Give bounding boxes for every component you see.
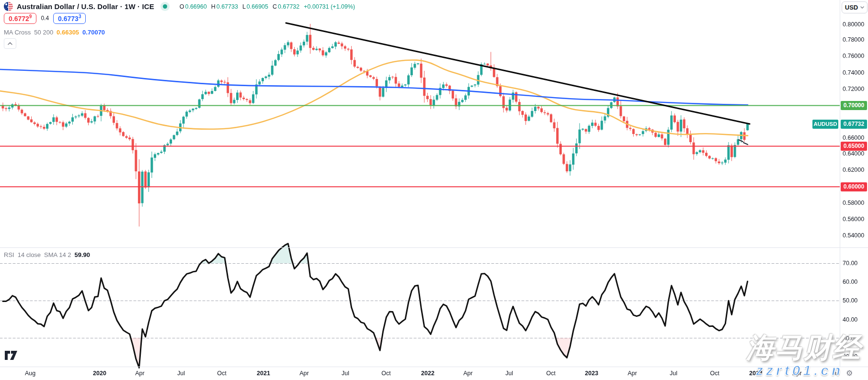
symbol-title[interactable]: Australian Dollar / U.S. Dollar · 1W · I…	[17, 2, 154, 11]
axis-label: 60.00	[843, 279, 857, 285]
level-badge-0-70: 0.70000	[841, 101, 867, 110]
symbol-legend-row[interactable]: Australian Dollar / U.S. Dollar · 1W · I…	[4, 2, 355, 11]
level-badge-0-65: 0.65000	[841, 142, 867, 151]
axis-label: 0.76000	[843, 53, 864, 59]
collapse-legend-button[interactable]	[4, 38, 16, 49]
low-value: L0.66905	[242, 3, 268, 10]
buy-price-button[interactable]: 0.67733	[53, 13, 86, 24]
ma50-value: 0.66305	[57, 29, 79, 36]
axis-label: 0.72000	[843, 86, 864, 92]
axis-label: 0.78000	[843, 36, 864, 43]
time-label: Jul	[342, 370, 349, 377]
quote-row: 0.67729 0.4 0.67733	[4, 13, 86, 24]
ma-cross-legend[interactable]: MA Cross 50 200 0.66305 0.70070	[4, 29, 105, 36]
time-label: Jul	[505, 370, 513, 377]
time-label: 2023	[585, 370, 598, 377]
sell-price-button[interactable]: 0.67729	[4, 13, 36, 24]
time-label: Apr	[463, 370, 472, 377]
time-label: Apr	[299, 370, 308, 377]
time-label: Apr	[792, 370, 801, 377]
axis-label: 40.00	[843, 316, 857, 323]
chevron-down-icon	[860, 6, 864, 9]
rsi-legend[interactable]: RSI 14 close SMA 14 2 59.90	[4, 251, 90, 258]
axis-label: 0.66000	[843, 134, 864, 141]
axis-label: 0.56000	[843, 216, 864, 223]
time-label: 2021	[257, 370, 270, 377]
axis-label: 20.00	[843, 353, 857, 360]
level-badge-0-60: 0.60000	[841, 182, 867, 191]
chevron-up-icon	[8, 42, 12, 45]
axis-label: 0.58000	[843, 200, 864, 206]
time-label: Oct	[381, 370, 390, 377]
rsi-name: RSI	[4, 251, 14, 258]
time-label: Aug	[25, 370, 35, 377]
symbol-badge: AUDUSD	[812, 120, 838, 129]
time-label: Jul	[177, 370, 185, 377]
time-label: Oct	[217, 370, 226, 377]
currency-toggle-button[interactable]: USD	[842, 1, 868, 13]
axis-label: 0.64000	[843, 150, 864, 157]
open-value: O0.66960	[180, 3, 207, 10]
time-label: Jul	[832, 370, 840, 377]
time-label: Jul	[670, 370, 677, 377]
chart-canvas[interactable]	[0, 0, 868, 380]
ohlc-readout: O0.66960 H0.67733 L0.66905 C0.67732 +0.0…	[180, 3, 355, 10]
market-status-icon[interactable]	[163, 4, 167, 9]
axis-label: 0.80000	[843, 21, 864, 28]
high-value: H0.67733	[211, 3, 238, 10]
time-label: Apr	[628, 370, 637, 377]
audusd-flag-icon	[4, 2, 13, 11]
change-value: +0.00731 (+1.09%)	[304, 3, 355, 10]
time-label: 2020	[93, 370, 106, 377]
time-label: Apr	[135, 370, 144, 377]
time-label: 2022	[421, 370, 434, 377]
rsi-params: 14 close	[18, 251, 41, 258]
spread-value: 0.4	[41, 15, 49, 22]
rsi-value: 59.90	[74, 251, 90, 258]
currency-label: USD	[845, 4, 858, 11]
indicator-params: 50 200	[34, 29, 53, 36]
indicator-name: MA Cross	[4, 29, 31, 36]
axis-label: 30.00	[843, 335, 857, 342]
axis-label: 70.00	[843, 260, 857, 267]
tradingview-logo[interactable]	[5, 351, 18, 360]
axis-label: 0.74000	[843, 69, 864, 76]
time-label: Oct	[710, 370, 719, 377]
chart-root: Australian Dollar / U.S. Dollar · 1W · I…	[0, 0, 868, 380]
time-label: Oct	[546, 370, 555, 377]
axis-label: 0.54000	[843, 232, 864, 239]
axis-label: 0.62000	[843, 167, 864, 173]
last-price-badge: 0.67732	[841, 120, 867, 129]
settings-gear-icon[interactable]: ⚙	[846, 369, 853, 378]
close-value: C0.67732	[273, 3, 299, 10]
rsi-smoothing: SMA 14 2	[44, 251, 71, 258]
time-label: 2024	[749, 370, 763, 377]
axis-label: 50.00	[843, 297, 857, 304]
ma200-value: 0.70070	[82, 29, 105, 36]
